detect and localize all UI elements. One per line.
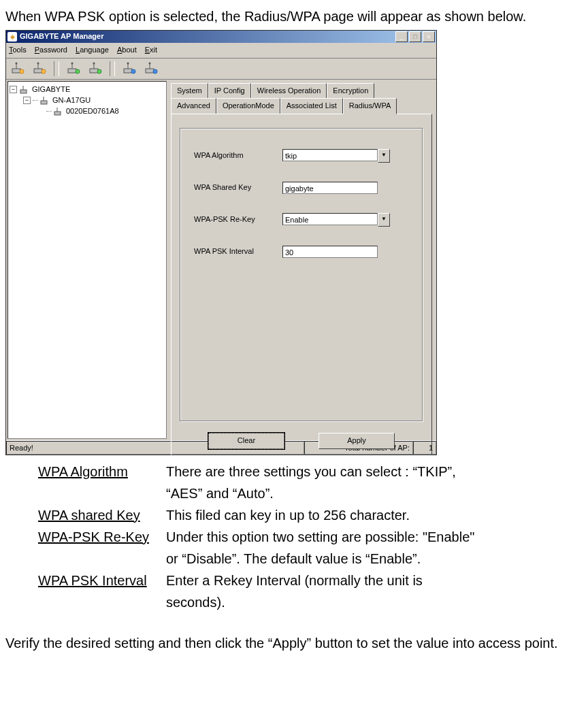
def-term-interval: WPA PSK Interval (38, 570, 166, 591)
tab-ipconfig[interactable]: IP Config (208, 83, 251, 99)
toolbar-separator (54, 61, 59, 76)
svg-point-10 (71, 62, 74, 64)
svg-rect-26 (41, 101, 47, 104)
tab-advanced[interactable]: Advanced (171, 98, 216, 114)
menu-password[interactable]: Password (35, 44, 67, 56)
def-desc-rekey-1: Under this option two setting are possib… (166, 526, 474, 548)
tree-root-label: GIGABYTE (32, 84, 70, 96)
svg-point-3 (20, 69, 24, 73)
tab-wireless[interactable]: Wireless Operation (251, 83, 327, 99)
tree-child-label: GN-A17GU (52, 95, 91, 107)
menu-about[interactable]: About (117, 44, 137, 56)
svg-point-22 (149, 62, 151, 64)
wpa-psk-interval-label: WPA PSK Interval (194, 246, 282, 258)
menu-tools[interactable]: Tools (9, 44, 27, 56)
menubar: Tools Password Language About Exit (6, 43, 436, 59)
wpa-psk-interval-input[interactable]: 30 (282, 246, 378, 258)
tab-row-2: Advanced OperationMode Associated List R… (171, 97, 432, 114)
tab-assoc[interactable]: Associated List (280, 98, 343, 114)
svg-point-18 (127, 62, 129, 64)
tree-toggle-icon[interactable]: − (10, 86, 17, 93)
close-button[interactable]: × (423, 31, 435, 42)
apply-button[interactable]: Apply (318, 433, 395, 449)
def-desc-rekey-2: or “Disable”. The default value is “Enab… (166, 548, 474, 570)
tab-system[interactable]: System (171, 83, 208, 99)
window-title: GIGABYTE AP Manager (20, 31, 395, 43)
ap-mac-icon (53, 107, 64, 116)
def-desc-key: This filed can key in up to 256 characte… (166, 504, 474, 526)
svg-point-11 (76, 69, 80, 73)
def-desc-interval-2: seconds). (166, 591, 474, 613)
wpa-psk-rekey-select[interactable]: Enable (282, 213, 378, 225)
intro-text: When WPA PSK option is selected, the Rad… (5, 5, 583, 27)
def-desc-interval-1: Enter a Rekey Interval (normally the uni… (166, 570, 474, 591)
def-desc-algo-1: There are three settings you can select … (166, 461, 474, 482)
svg-point-19 (131, 69, 135, 73)
svg-point-23 (153, 69, 157, 73)
toolbar (6, 59, 436, 80)
def-term-algo: WPA Algorithm (38, 461, 166, 482)
titlebar: ◆ GIGABYTE AP Manager _ □ × (6, 31, 436, 43)
svg-rect-8 (68, 69, 76, 73)
tab-panel: WPA Algorithm tkip ▼ WPA Shared Key giga… (171, 114, 432, 455)
menu-language[interactable]: Language (76, 44, 109, 56)
toolbar-ap-icon-4[interactable] (86, 61, 104, 76)
tab-encryption[interactable]: Encryption (327, 83, 374, 99)
svg-rect-24 (20, 90, 27, 93)
svg-point-14 (93, 62, 95, 64)
toolbar-ap-icon-6[interactable] (142, 61, 160, 76)
svg-point-7 (42, 69, 46, 73)
dropdown-arrow-icon[interactable]: ▼ (378, 149, 390, 163)
wpa-shared-key-label: WPA Shared Key (194, 182, 282, 194)
svg-rect-12 (90, 69, 98, 73)
toolbar-ap-icon-2[interactable] (31, 61, 48, 76)
wpa-shared-key-input[interactable]: gigabyte (282, 182, 378, 194)
tree-leaf-label: 0020ED0761A8 (66, 105, 119, 118)
svg-rect-4 (34, 69, 42, 73)
toolbar-separator-2 (110, 61, 115, 76)
toolbar-ap-icon-1[interactable] (9, 61, 27, 76)
tree-pane: − GIGABYTE − GN-A17GU 0020ED0761A8 (7, 81, 167, 439)
svg-rect-16 (124, 69, 132, 73)
app-window: ◆ GIGABYTE AP Manager _ □ × Tools Passwo… (5, 30, 437, 455)
tab-row-1: System IP Config Wireless Operation Encr… (171, 82, 432, 98)
minimize-button[interactable]: _ (395, 31, 408, 42)
tree-leaf[interactable]: 0020ED0761A8 (10, 106, 165, 117)
wpa-psk-rekey-label: WPA-PSK Re-Key (194, 214, 282, 226)
clear-button[interactable]: Clear (208, 433, 284, 449)
svg-rect-20 (146, 69, 154, 73)
def-desc-algo-2: “AES” and “Auto”. (166, 482, 474, 504)
app-icon: ◆ (7, 32, 17, 42)
dropdown-arrow-icon[interactable]: ▼ (378, 213, 390, 227)
wpa-algorithm-select[interactable]: tkip (282, 149, 378, 161)
tab-opmode[interactable]: OperationMode (216, 98, 280, 114)
tree-toggle-icon[interactable]: − (23, 97, 31, 104)
definitions-table: WPA Algorithm There are three settings y… (38, 461, 474, 613)
svg-rect-28 (54, 112, 61, 115)
form-frame: WPA Algorithm tkip ▼ WPA Shared Key giga… (180, 128, 423, 422)
toolbar-ap-icon-3[interactable] (65, 61, 82, 76)
svg-point-6 (37, 62, 39, 64)
tree-root[interactable]: − GIGABYTE (10, 84, 165, 95)
ap-group-icon (19, 85, 30, 95)
ap-device-icon (39, 96, 50, 105)
def-term-key: WPA shared Key (38, 504, 166, 526)
def-term-rekey: WPA-PSK Re-Key (38, 526, 166, 548)
toolbar-ap-icon-5[interactable] (120, 61, 138, 76)
svg-point-2 (16, 62, 18, 64)
tree-child[interactable]: − GN-A17GU (10, 95, 165, 106)
outro-text: Verify the desired setting and then clic… (5, 632, 583, 654)
wpa-algorithm-label: WPA Algorithm (194, 150, 282, 162)
svg-rect-0 (12, 69, 20, 73)
svg-point-15 (97, 69, 101, 73)
menu-exit[interactable]: Exit (145, 44, 157, 56)
tab-radius-wpa[interactable]: Radius/WPA (343, 98, 397, 114)
maximize-button[interactable]: □ (409, 31, 421, 42)
content-pane: System IP Config Wireless Operation Encr… (168, 80, 436, 440)
